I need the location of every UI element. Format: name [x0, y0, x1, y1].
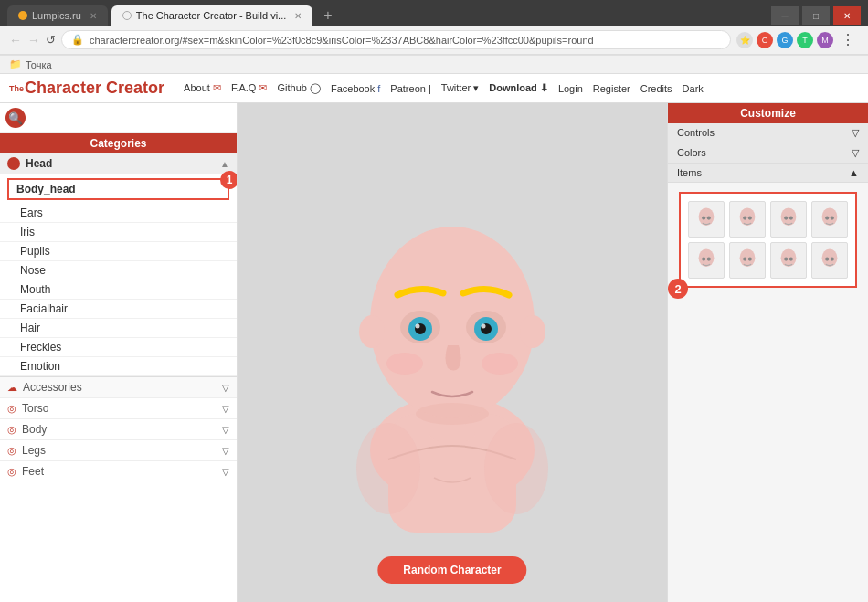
- controls-arrow: ▽: [852, 127, 859, 139]
- controls-label: Controls: [677, 127, 715, 139]
- svg-point-34: [822, 207, 838, 226]
- nav-dark[interactable]: Dark: [678, 81, 708, 96]
- item-cell-5[interactable]: [688, 242, 725, 279]
- url-bar[interactable]: 🔒 charactercreator.org/#sex=m&skinColor=…: [61, 30, 731, 49]
- sidebar-section-accessories[interactable]: ☁ Accessories ▽: [0, 376, 237, 397]
- nav-facebook[interactable]: Facebook f: [326, 81, 385, 96]
- svg-point-3: [370, 227, 535, 418]
- bookmark-folder-icon: 📁: [9, 58, 22, 70]
- sidebar-item-freckles[interactable]: Freckles: [0, 338, 237, 357]
- nav-github[interactable]: Github ◯: [272, 80, 324, 96]
- svg-point-47: [743, 258, 746, 261]
- feet-arrow: ▽: [222, 467, 229, 477]
- browser-icon-3[interactable]: G: [777, 32, 793, 48]
- tab-close-icon-2[interactable]: ✕: [294, 11, 302, 21]
- items-label: Items: [677, 167, 702, 178]
- bookmark-label[interactable]: Точка: [26, 59, 52, 70]
- nav-download[interactable]: Download ⬇: [484, 80, 553, 96]
- app-header: The Character Creator About ✉ F.A.Q ✉ Gi…: [0, 74, 868, 103]
- item-cell-4[interactable]: [811, 201, 848, 238]
- body-head-label: Body_head: [16, 183, 76, 195]
- body-head-item[interactable]: Body_head: [7, 178, 229, 200]
- back-button[interactable]: ←: [9, 33, 22, 48]
- svg-point-49: [781, 248, 797, 267]
- item-cell-7[interactable]: [770, 242, 807, 279]
- sidebar-item-emotion[interactable]: Emotion: [0, 357, 237, 376]
- head-collapse-icon: ▲: [220, 159, 229, 169]
- sidebar-item-mouth[interactable]: Mouth: [0, 280, 237, 300]
- item-icon-7: [776, 248, 801, 273]
- refresh-button[interactable]: ↺: [46, 33, 56, 47]
- tab-lumpics[interactable]: Lumpics.ru ✕: [7, 5, 108, 26]
- svg-point-12: [416, 324, 420, 329]
- svg-point-24: [740, 207, 756, 226]
- items-row[interactable]: Items ▲: [668, 164, 868, 183]
- browser-icon-5[interactable]: M: [817, 32, 833, 48]
- nav-credits[interactable]: Credits: [636, 81, 677, 96]
- customize-header: Customize: [668, 103, 868, 123]
- nav-about[interactable]: About ✉: [179, 80, 226, 96]
- colors-row[interactable]: Colors ▽: [668, 143, 868, 164]
- item-cell-8[interactable]: [811, 242, 848, 279]
- svg-point-52: [784, 258, 788, 261]
- forward-button[interactable]: →: [27, 33, 40, 48]
- item-icon-4: [817, 206, 842, 232]
- item-icon-1: [693, 206, 719, 232]
- sidebar-item-pupils[interactable]: Pupils: [0, 242, 237, 261]
- nav-login[interactable]: Login: [554, 81, 587, 96]
- item-icon-8: [817, 248, 842, 273]
- nav-patreon[interactable]: Patreon |: [386, 81, 435, 96]
- svg-point-39: [699, 248, 715, 267]
- tab-character-creator[interactable]: The Character Creator - Build vi... ✕: [111, 5, 312, 26]
- svg-point-17: [356, 423, 420, 514]
- svg-point-42: [702, 258, 705, 261]
- body-label: Body: [22, 423, 47, 436]
- accessories-label: Accessories: [23, 381, 82, 394]
- minimize-button[interactable]: ─: [771, 6, 799, 25]
- sidebar-section-legs[interactable]: ◎ Legs ▽: [0, 439, 237, 460]
- nav-faq[interactable]: F.A.Q ✉: [227, 80, 272, 96]
- sidebar-section-torso[interactable]: ◎ Torso ▽: [0, 397, 237, 418]
- tab-close-icon[interactable]: ✕: [90, 11, 97, 21]
- tab-favicon-2: [122, 11, 132, 20]
- sidebar-item-nose[interactable]: Nose: [0, 261, 237, 280]
- head-label: Head: [26, 157, 52, 170]
- close-button[interactable]: ✕: [833, 6, 861, 25]
- random-character-button[interactable]: Random Character: [377, 556, 526, 584]
- sidebar-item-ears[interactable]: Ears: [0, 204, 237, 223]
- tab-label: Lumpics.ru: [32, 10, 81, 21]
- item-cell-2[interactable]: [729, 201, 766, 238]
- browser-menu-icon[interactable]: ⋮: [837, 31, 859, 48]
- sidebar-section-body[interactable]: ◎ Body ▽: [0, 418, 237, 439]
- feet-icon: ◎: [7, 466, 16, 478]
- maximize-button[interactable]: □: [802, 6, 830, 25]
- badge-2: 2: [668, 279, 688, 299]
- svg-point-53: [789, 258, 793, 261]
- colors-label: Colors: [677, 147, 706, 159]
- browser-icon-2[interactable]: C: [757, 32, 773, 48]
- svg-point-27: [743, 217, 746, 220]
- controls-row[interactable]: Controls ▽: [668, 123, 868, 143]
- search-button[interactable]: 🔍: [5, 108, 26, 128]
- right-panel: Customize Controls ▽ Colors ▽ Items ▲: [667, 103, 868, 602]
- item-icon-3: [776, 206, 801, 232]
- url-text: charactercreator.org/#sex=m&skinColor=%2…: [90, 35, 594, 46]
- item-cell-1[interactable]: [688, 201, 725, 238]
- browser-icon-1[interactable]: ⭐: [736, 32, 753, 48]
- item-cell-3[interactable]: [770, 201, 807, 238]
- nav-twitter[interactable]: Twitter ▾: [437, 80, 483, 96]
- sidebar-section-feet[interactable]: ◎ Feet ▽: [0, 460, 237, 481]
- svg-point-23: [707, 217, 711, 220]
- sidebar-item-iris[interactable]: Iris: [0, 223, 237, 242]
- sidebar-item-hair[interactable]: Hair: [0, 319, 237, 338]
- sidebar-item-facialhair[interactable]: Facialhair: [0, 300, 237, 319]
- nav-register[interactable]: Register: [588, 81, 635, 96]
- sidebar: 🔍 Categories Head ▲ Body_head 1: [0, 103, 238, 602]
- sidebar-head-section[interactable]: Head ▲: [0, 153, 237, 174]
- browser-icon-4[interactable]: T: [797, 32, 813, 48]
- window-controls: ─ □ ✕: [771, 6, 861, 25]
- app-logo-small: The: [9, 84, 24, 93]
- new-tab-button[interactable]: +: [316, 7, 339, 24]
- item-cell-6[interactable]: [729, 242, 766, 279]
- body-arrow: ▽: [222, 425, 229, 435]
